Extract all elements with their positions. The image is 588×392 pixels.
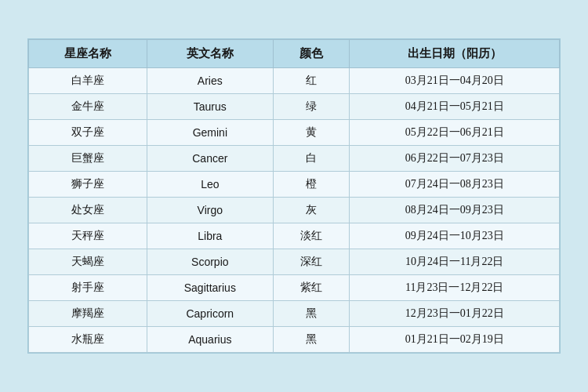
cell-english-name: Sagittarius — [147, 275, 273, 301]
cell-chinese-name: 处女座 — [29, 198, 147, 223]
cell-dates: 10月24日一11月22日 — [350, 249, 560, 275]
cell-english-name: Aquarius — [147, 327, 273, 353]
cell-dates: 11月23日一12月22日 — [350, 275, 560, 301]
table-row: 金牛座Taurus绿04月21日一05月21日 — [29, 94, 560, 120]
cell-chinese-name: 狮子座 — [29, 172, 147, 198]
cell-chinese-name: 射手座 — [29, 275, 147, 301]
cell-english-name: Scorpio — [147, 249, 273, 275]
cell-english-name: Taurus — [147, 94, 273, 120]
cell-color: 紫红 — [274, 275, 350, 301]
cell-color: 白 — [274, 146, 350, 172]
zodiac-table: 星座名称 英文名称 颜色 出生日期（阳历） 白羊座Aries红03月21日一04… — [28, 39, 560, 353]
cell-dates: 09月24日一10月23日 — [350, 223, 560, 249]
cell-chinese-name: 白羊座 — [29, 68, 147, 94]
zodiac-table-container: 星座名称 英文名称 颜色 出生日期（阳历） 白羊座Aries红03月21日一04… — [27, 38, 561, 354]
cell-chinese-name: 摩羯座 — [29, 301, 147, 327]
table-row: 白羊座Aries红03月21日一04月20日 — [29, 68, 560, 94]
cell-english-name: Aries — [147, 68, 273, 94]
table-header-row: 星座名称 英文名称 颜色 出生日期（阳历） — [29, 40, 560, 68]
cell-chinese-name: 天蝎座 — [29, 249, 147, 275]
cell-chinese-name: 水瓶座 — [29, 327, 147, 353]
cell-color: 灰 — [274, 198, 350, 223]
table-row: 天秤座Libra淡红09月24日一10月23日 — [29, 223, 560, 249]
cell-color: 绿 — [274, 94, 350, 120]
table-row: 双子座Gemini黄05月22日一06月21日 — [29, 120, 560, 146]
cell-chinese-name: 巨蟹座 — [29, 146, 147, 172]
table-body: 白羊座Aries红03月21日一04月20日金牛座Taurus绿04月21日一0… — [29, 68, 560, 353]
cell-dates: 01月21日一02月19日 — [350, 327, 560, 353]
cell-english-name: Leo — [147, 172, 273, 198]
table-row: 天蝎座Scorpio深红10月24日一11月22日 — [29, 249, 560, 275]
cell-dates: 05月22日一06月21日 — [350, 120, 560, 146]
cell-dates: 06月22日一07月23日 — [350, 146, 560, 172]
cell-color: 黑 — [274, 301, 350, 327]
cell-chinese-name: 双子座 — [29, 120, 147, 146]
header-dates: 出生日期（阳历） — [350, 40, 560, 68]
header-chinese-name: 星座名称 — [29, 40, 147, 68]
cell-dates: 07月24日一08月23日 — [350, 172, 560, 198]
header-english-name: 英文名称 — [147, 40, 273, 68]
table-row: 摩羯座Capricorn黑12月23日一01月22日 — [29, 301, 560, 327]
header-color: 颜色 — [274, 40, 350, 68]
table-row: 狮子座Leo橙07月24日一08月23日 — [29, 172, 560, 198]
cell-dates: 12月23日一01月22日 — [350, 301, 560, 327]
cell-english-name: Virgo — [147, 198, 273, 223]
cell-dates: 04月21日一05月21日 — [350, 94, 560, 120]
table-row: 水瓶座Aquarius黑01月21日一02月19日 — [29, 327, 560, 353]
cell-color: 黑 — [274, 327, 350, 353]
cell-color: 红 — [274, 68, 350, 94]
cell-dates: 08月24日一09月23日 — [350, 198, 560, 223]
cell-color: 黄 — [274, 120, 350, 146]
cell-color: 橙 — [274, 172, 350, 198]
table-row: 巨蟹座Cancer白06月22日一07月23日 — [29, 146, 560, 172]
table-row: 射手座Sagittarius紫红11月23日一12月22日 — [29, 275, 560, 301]
cell-chinese-name: 天秤座 — [29, 223, 147, 249]
cell-english-name: Libra — [147, 223, 273, 249]
table-row: 处女座Virgo灰08月24日一09月23日 — [29, 198, 560, 223]
cell-chinese-name: 金牛座 — [29, 94, 147, 120]
cell-english-name: Capricorn — [147, 301, 273, 327]
cell-english-name: Gemini — [147, 120, 273, 146]
cell-english-name: Cancer — [147, 146, 273, 172]
cell-dates: 03月21日一04月20日 — [350, 68, 560, 94]
cell-color: 淡红 — [274, 223, 350, 249]
cell-color: 深红 — [274, 249, 350, 275]
